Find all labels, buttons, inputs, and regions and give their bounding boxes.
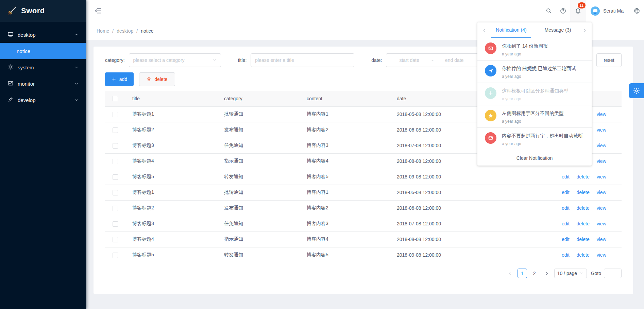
sidebar-item-system[interactable]: system <box>0 59 86 75</box>
delete-link[interactable]: delete <box>577 252 590 258</box>
top-bar-actions: 11 Serati Ma <box>542 0 644 22</box>
edit-link[interactable]: edit <box>562 221 570 226</box>
column-header-content: content <box>301 91 391 106</box>
breadcrumb-current: notice <box>141 28 153 34</box>
table-row: 博客标题3 任免通知 博客内容3 2018-07-08 12:00:00 edi… <box>105 216 622 231</box>
chevron-down-icon <box>580 271 584 276</box>
app-title: Sword <box>21 6 45 15</box>
row-checkbox[interactable] <box>113 253 118 258</box>
chevron-down-icon <box>74 81 79 86</box>
tab-message[interactable]: Message (3) <box>535 22 581 38</box>
sword-logo-icon <box>7 5 17 17</box>
pagination-page-1[interactable]: 1 <box>518 269 527 278</box>
tab-notification[interactable]: Notification (4) <box>488 22 535 38</box>
edit-link[interactable]: edit <box>562 174 570 179</box>
table-row: 博客标题5 转发通知 博客内容5 2018-09-08 12:00:00 edi… <box>105 169 622 185</box>
breadcrumb-home[interactable]: Home <box>97 28 109 34</box>
sidebar-item-desktop[interactable]: desktop <box>0 27 86 43</box>
pagination-prev-icon[interactable] <box>505 269 515 278</box>
view-link[interactable]: view <box>597 205 606 211</box>
row-checkbox[interactable] <box>113 237 118 242</box>
title-input[interactable] <box>251 53 354 67</box>
delete-link[interactable]: delete <box>577 221 590 226</box>
row-checkbox[interactable] <box>113 159 118 164</box>
breadcrumb-desktop[interactable]: desktop <box>117 28 133 34</box>
edit-link[interactable]: edit <box>562 252 570 258</box>
tabs-scroll-left-icon[interactable] <box>481 28 488 33</box>
title-filter-group: title: <box>238 53 355 67</box>
notification-item[interactable]: 你推荐的 曲妮妮 已通过第三轮面试 a year ago <box>477 61 592 83</box>
select-all-checkbox[interactable] <box>113 96 118 101</box>
add-button[interactable]: add <box>105 72 134 86</box>
sidebar-item-label: monitor <box>18 81 74 87</box>
sidebar-item-label: develop <box>18 97 74 103</box>
view-link[interactable]: view <box>597 111 606 117</box>
row-checkbox[interactable] <box>113 174 118 180</box>
row-checkbox[interactable] <box>113 112 118 117</box>
column-header-category: category <box>218 91 301 106</box>
sidebar-item-label: desktop <box>18 32 74 38</box>
row-checkbox[interactable] <box>113 143 118 149</box>
mail-icon <box>485 42 496 54</box>
delete-link[interactable]: delete <box>577 205 590 211</box>
tabs-scroll-right-icon[interactable] <box>581 28 588 33</box>
pagination-next-icon[interactable] <box>542 269 552 278</box>
star-icon: ★ <box>485 110 496 121</box>
edit-link[interactable]: edit <box>562 190 570 195</box>
category-select[interactable]: please select a category <box>129 53 221 67</box>
gear-icon <box>7 64 14 71</box>
sidebar-item-notice[interactable]: notice <box>0 43 86 59</box>
notifications-bell-button[interactable]: 11 <box>570 0 586 22</box>
edit-link[interactable]: edit <box>562 205 570 211</box>
view-link[interactable]: view <box>597 158 606 164</box>
notification-item[interactable]: 内容不要超过两行字，超出时自动截断 a year ago <box>477 128 592 150</box>
breadcrumb-separator: / <box>112 28 114 34</box>
goto-page-input[interactable] <box>604 269 622 278</box>
delete-link[interactable]: delete <box>577 190 590 195</box>
category-label: category: <box>105 57 125 63</box>
theme-settings-button[interactable] <box>629 83 644 98</box>
notification-item-read[interactable]: 这种模板可以区分多种通知类型 a year ago <box>477 83 592 105</box>
reset-button[interactable]: reset <box>596 53 622 67</box>
sidebar-item-develop[interactable]: develop <box>0 92 86 108</box>
delete-link[interactable]: delete <box>577 174 590 179</box>
chart-icon <box>7 80 14 87</box>
row-checkbox[interactable] <box>113 206 118 211</box>
notification-tabs: Notification (4) Message (3) <box>477 22 592 38</box>
pagination-page-2[interactable]: 2 <box>530 269 539 278</box>
sidebar-item-label: notice <box>17 48 30 54</box>
gear-icon <box>633 87 640 95</box>
plus-icon <box>485 87 496 99</box>
sidebar-item-label: system <box>18 65 74 70</box>
view-link[interactable]: view <box>597 174 606 179</box>
sidebar-item-monitor[interactable]: monitor <box>0 75 86 92</box>
view-link[interactable]: view <box>597 143 606 148</box>
plus-icon <box>112 77 116 82</box>
row-checkbox[interactable] <box>113 127 118 133</box>
app-window: Sword desktop notice <box>0 0 644 309</box>
notification-item[interactable]: ★ 左侧图标用于区分不同的类型 a year ago <box>477 105 592 128</box>
view-link[interactable]: view <box>597 252 606 258</box>
row-checkbox[interactable] <box>113 221 118 227</box>
column-header-title: title <box>126 91 218 106</box>
date-label: date: <box>371 57 382 63</box>
view-link[interactable]: view <box>597 237 606 242</box>
view-link[interactable]: view <box>597 190 606 195</box>
sidebar-collapse-button[interactable] <box>95 7 102 15</box>
delete-link[interactable]: delete <box>577 237 590 242</box>
language-globe-icon[interactable] <box>630 0 644 22</box>
mail-icon <box>485 132 496 144</box>
avatar[interactable] <box>591 6 600 16</box>
edit-link[interactable]: edit <box>562 237 570 242</box>
view-link[interactable]: view <box>597 221 606 226</box>
notification-item[interactable]: 你收到了 14 份新周报 a year ago <box>477 38 592 61</box>
user-name[interactable]: Serati Ma <box>603 8 624 14</box>
row-checkbox[interactable] <box>113 190 118 195</box>
view-link[interactable]: view <box>597 127 606 133</box>
sidebar: Sword desktop notice <box>0 0 86 309</box>
clear-notification-button[interactable]: Clear Notification <box>477 150 592 166</box>
help-icon[interactable] <box>556 0 570 22</box>
delete-button[interactable]: delete <box>139 72 175 86</box>
page-size-select[interactable]: 10 / page <box>554 269 587 278</box>
search-icon[interactable] <box>542 0 556 22</box>
